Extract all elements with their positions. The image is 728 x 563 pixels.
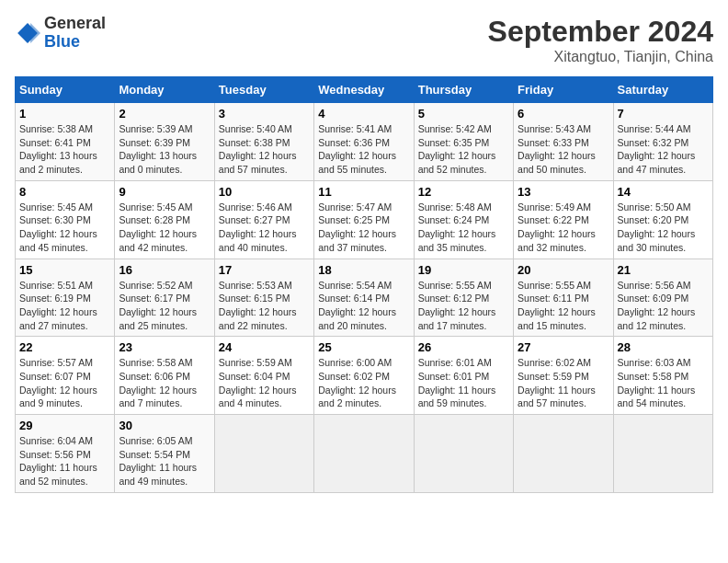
header-cell-thursday: Thursday [414, 77, 513, 103]
day-number: 12 [418, 185, 509, 199]
day-info: Sunrise: 5:48 AMSunset: 6:24 PMDaylight:… [418, 201, 496, 253]
header-row: SundayMondayTuesdayWednesdayThursdayFrid… [16, 77, 713, 103]
svg-marker-1 [30, 23, 40, 43]
day-info: Sunrise: 5:57 AMSunset: 6:07 PMDaylight:… [19, 357, 97, 408]
day-info: Sunrise: 5:49 AMSunset: 6:22 PMDaylight:… [518, 201, 596, 253]
day-number: 21 [618, 263, 709, 277]
week-row-2: 8Sunrise: 5:45 AMSunset: 6:30 PMDaylight… [16, 180, 713, 259]
week-row-4: 22Sunrise: 5:57 AMSunset: 6:07 PMDayligh… [16, 337, 713, 415]
calendar-cell [214, 415, 313, 493]
calendar-cell: 1Sunrise: 5:38 AMSunset: 6:41 PMDaylight… [16, 103, 115, 181]
day-info: Sunrise: 6:04 AMSunset: 5:56 PMDaylight:… [19, 435, 97, 487]
day-number: 14 [618, 185, 709, 199]
header-cell-monday: Monday [115, 77, 214, 103]
day-info: Sunrise: 5:55 AMSunset: 6:12 PMDaylight:… [418, 280, 496, 331]
header-cell-wednesday: Wednesday [314, 77, 414, 103]
day-number: 2 [119, 107, 210, 121]
calendar-cell: 16Sunrise: 5:52 AMSunset: 6:17 PMDayligh… [115, 259, 214, 337]
day-info: Sunrise: 5:56 AMSunset: 6:09 PMDaylight:… [618, 280, 696, 331]
calendar-cell [314, 415, 414, 493]
calendar-cell: 18Sunrise: 5:54 AMSunset: 6:14 PMDayligh… [314, 259, 414, 337]
day-info: Sunrise: 6:02 AMSunset: 5:59 PMDaylight:… [518, 357, 596, 408]
day-info: Sunrise: 6:01 AMSunset: 6:01 PMDaylight:… [418, 357, 496, 408]
day-info: Sunrise: 5:51 AMSunset: 6:19 PMDaylight:… [19, 280, 97, 331]
day-number: 10 [219, 185, 310, 199]
calendar-cell: 4Sunrise: 5:41 AMSunset: 6:36 PMDaylight… [314, 103, 414, 181]
calendar-cell: 10Sunrise: 5:46 AMSunset: 6:27 PMDayligh… [214, 180, 313, 259]
day-number: 22 [19, 340, 110, 354]
day-number: 23 [119, 340, 210, 354]
day-number: 19 [418, 263, 509, 277]
logo-blue: Blue [44, 32, 80, 51]
calendar-cell: 12Sunrise: 5:48 AMSunset: 6:24 PMDayligh… [414, 180, 513, 259]
day-info: Sunrise: 5:45 AMSunset: 6:28 PMDaylight:… [119, 201, 197, 253]
day-number: 3 [219, 107, 310, 121]
logo-text: General Blue [44, 15, 106, 52]
day-number: 16 [119, 263, 210, 277]
day-number: 8 [19, 185, 110, 199]
day-info: Sunrise: 5:42 AMSunset: 6:35 PMDaylight:… [418, 123, 496, 175]
day-info: Sunrise: 5:52 AMSunset: 6:17 PMDaylight:… [119, 280, 197, 331]
day-number: 9 [119, 185, 210, 199]
day-number: 20 [518, 263, 609, 277]
calendar-cell: 13Sunrise: 5:49 AMSunset: 6:22 PMDayligh… [514, 180, 613, 259]
calendar-table: SundayMondayTuesdayWednesdayThursdayFrid… [15, 76, 713, 493]
calendar-cell: 8Sunrise: 5:45 AMSunset: 6:30 PMDaylight… [16, 180, 115, 259]
calendar-cell: 2Sunrise: 5:39 AMSunset: 6:39 PMDaylight… [115, 103, 214, 181]
day-number: 15 [19, 263, 110, 277]
calendar-cell: 19Sunrise: 5:55 AMSunset: 6:12 PMDayligh… [414, 259, 513, 337]
calendar-cell: 15Sunrise: 5:51 AMSunset: 6:19 PMDayligh… [16, 259, 115, 337]
calendar-cell: 17Sunrise: 5:53 AMSunset: 6:15 PMDayligh… [214, 259, 313, 337]
calendar-cell: 14Sunrise: 5:50 AMSunset: 6:20 PMDayligh… [613, 180, 712, 259]
calendar-cell: 24Sunrise: 5:59 AMSunset: 6:04 PMDayligh… [214, 337, 313, 415]
day-info: Sunrise: 6:03 AMSunset: 5:58 PMDaylight:… [618, 357, 696, 408]
calendar-cell [514, 415, 613, 493]
day-info: Sunrise: 5:46 AMSunset: 6:27 PMDaylight:… [219, 201, 297, 253]
day-number: 4 [318, 107, 409, 121]
calendar-cell: 28Sunrise: 6:03 AMSunset: 5:58 PMDayligh… [613, 337, 712, 415]
day-info: Sunrise: 5:47 AMSunset: 6:25 PMDaylight:… [318, 201, 396, 253]
week-row-1: 1Sunrise: 5:38 AMSunset: 6:41 PMDaylight… [16, 103, 713, 181]
calendar-cell: 26Sunrise: 6:01 AMSunset: 6:01 PMDayligh… [414, 337, 513, 415]
calendar-cell: 21Sunrise: 5:56 AMSunset: 6:09 PMDayligh… [613, 259, 712, 337]
day-number: 24 [219, 340, 310, 354]
day-number: 27 [518, 340, 609, 354]
day-number: 17 [219, 263, 310, 277]
logo-general: General [44, 14, 106, 32]
calendar-cell: 29Sunrise: 6:04 AMSunset: 5:56 PMDayligh… [16, 415, 115, 493]
calendar-subtitle: Xitangtuo, Tianjin, China [488, 49, 713, 65]
day-number: 30 [119, 419, 210, 432]
calendar-cell [414, 415, 513, 493]
calendar-cell: 11Sunrise: 5:47 AMSunset: 6:25 PMDayligh… [314, 180, 414, 259]
day-number: 11 [318, 185, 409, 199]
calendar-cell: 20Sunrise: 5:55 AMSunset: 6:11 PMDayligh… [514, 259, 613, 337]
day-info: Sunrise: 5:58 AMSunset: 6:06 PMDaylight:… [119, 357, 197, 408]
day-info: Sunrise: 5:45 AMSunset: 6:30 PMDaylight:… [19, 201, 97, 253]
day-info: Sunrise: 5:59 AMSunset: 6:04 PMDaylight:… [219, 357, 297, 408]
header-cell-tuesday: Tuesday [214, 77, 313, 103]
day-number: 28 [618, 340, 709, 354]
day-number: 25 [318, 340, 409, 354]
header-cell-saturday: Saturday [613, 77, 712, 103]
week-row-3: 15Sunrise: 5:51 AMSunset: 6:19 PMDayligh… [16, 259, 713, 337]
calendar-cell: 7Sunrise: 5:44 AMSunset: 6:32 PMDaylight… [613, 103, 712, 181]
day-number: 1 [19, 107, 110, 121]
calendar-cell: 6Sunrise: 5:43 AMSunset: 6:33 PMDaylight… [514, 103, 613, 181]
day-info: Sunrise: 5:54 AMSunset: 6:14 PMDaylight:… [318, 280, 396, 331]
calendar-cell: 3Sunrise: 5:40 AMSunset: 6:38 PMDaylight… [214, 103, 313, 181]
calendar-cell [613, 415, 712, 493]
calendar-cell: 23Sunrise: 5:58 AMSunset: 6:06 PMDayligh… [115, 337, 214, 415]
week-row-5: 29Sunrise: 6:04 AMSunset: 5:56 PMDayligh… [16, 415, 713, 493]
logo-icon [15, 20, 40, 46]
day-info: Sunrise: 5:55 AMSunset: 6:11 PMDaylight:… [518, 280, 596, 331]
day-info: Sunrise: 5:39 AMSunset: 6:39 PMDaylight:… [119, 123, 197, 175]
header-cell-sunday: Sunday [16, 77, 115, 103]
page-header: General Blue September 2024 Xitangtuo, T… [15, 15, 713, 65]
day-info: Sunrise: 5:50 AMSunset: 6:20 PMDaylight:… [618, 201, 696, 253]
day-info: Sunrise: 5:43 AMSunset: 6:33 PMDaylight:… [518, 123, 596, 175]
logo: General Blue [15, 15, 106, 52]
day-number: 7 [618, 107, 709, 121]
day-number: 26 [418, 340, 509, 354]
day-number: 18 [318, 263, 409, 277]
calendar-cell: 30Sunrise: 6:05 AMSunset: 5:54 PMDayligh… [115, 415, 214, 493]
